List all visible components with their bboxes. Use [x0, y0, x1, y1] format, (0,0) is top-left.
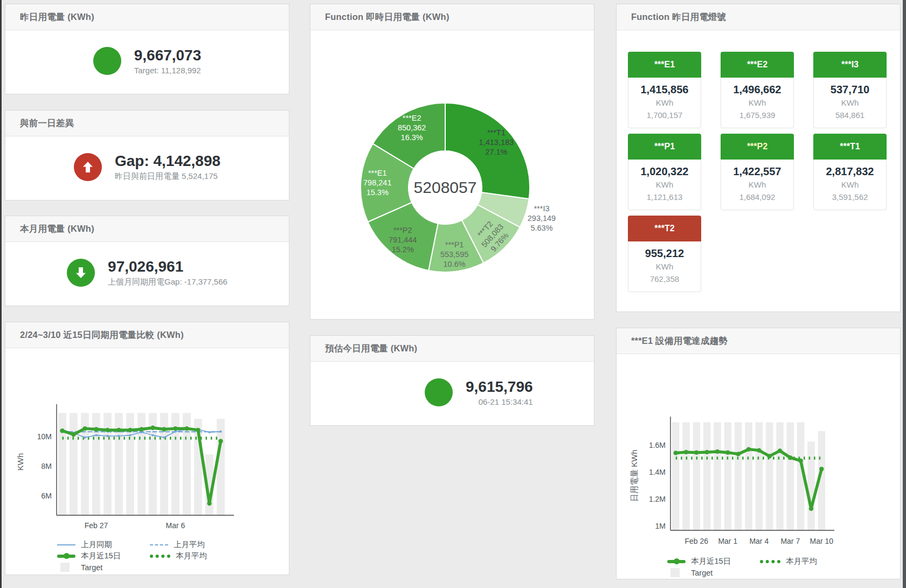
panel-header: Function 昨日用電燈號 — [617, 4, 900, 30]
panel-header: 本月用電量 (KWh) — [5, 216, 289, 242]
legend-item[interactable]: 上月平均 — [150, 539, 243, 550]
status-tile-target: 584,861 — [814, 109, 886, 121]
svg-text:1.6M: 1.6M — [649, 441, 666, 449]
status-tile-target: 1,121,613 — [628, 191, 701, 203]
status-tile-value: 1,422,557 — [721, 164, 793, 178]
thick-green-swatch-icon — [57, 555, 75, 558]
dash-blue-swatch-icon — [150, 544, 168, 545]
legend-label: 上月平均 — [174, 539, 205, 550]
svg-text:Feb 26: Feb 26 — [685, 537, 709, 545]
donut-chart: ***T11,413,18327.1%***I3293,1495.63%***T… — [310, 30, 594, 319]
panel-e1-trend-chart: ***E1 設備用電達成趨勢 1M1.2M1.4M1.6M日用電量 KWhFeb… — [616, 328, 901, 579]
svg-text:1.4M: 1.4M — [649, 468, 666, 476]
legend-item[interactable]: 本月近15日 — [667, 556, 760, 566]
legend-item[interactable]: 本月平均 — [760, 556, 853, 566]
status-tile: ***P1 1,020,322 KWh 1,121,613 — [628, 134, 701, 210]
panel-yesterday-usage: 昨日用電量 (KWh) 9,667,073 Target: 11,128,992 — [5, 4, 289, 94]
status-tiles-grid: ***E1 1,415,856 KWh 1,700,157 ***E2 1,49… — [617, 30, 900, 292]
status-tile-header: ***E2 — [721, 52, 794, 78]
status-tile-target: 1,700,157 — [628, 109, 701, 121]
stat-value: Gap: 4,142,898 — [115, 153, 220, 170]
stat-row: 9,667,073 Target: 11,128,992 — [5, 30, 289, 94]
e1-trend-chart: 1M1.2M1.4M1.6M日用電量 KWhFeb 26Mar 1Mar 4Ma… — [617, 354, 900, 552]
compare-chart-legend: 上月同期上月平均本月近15日本月平均Target — [5, 539, 289, 573]
panel-realtime-donut: Function 即時日用電量 (KWh) ***T11,413,18327.1… — [310, 4, 594, 320]
stat-value: 97,026,961 — [108, 258, 227, 275]
status-tile: ***I3 537,710 KWh 584,861 — [813, 52, 887, 128]
svg-text:Mar 4: Mar 4 — [749, 537, 769, 545]
svg-text:Mar 1: Mar 1 — [718, 537, 737, 545]
status-tile: ***T1 2,817,832 KWh 3,591,562 — [813, 134, 887, 210]
legend-label: Target — [691, 569, 713, 577]
stat-row: Gap: 4,142,898 昨日與前日用電量 5,524,175 — [5, 136, 289, 200]
status-tile-unit: KWh — [628, 260, 701, 273]
square-gray-swatch-icon — [670, 568, 680, 577]
stat-subtitle: 上個月同期用電Gap: -17,377,566 — [108, 277, 227, 287]
e1-trend-chart-legend: 本月近15日本月平均Target — [617, 556, 900, 578]
status-tile-value: 955,212 — [628, 246, 701, 260]
svg-text:***I3293,1495.63%: ***I3293,1495.63% — [528, 204, 556, 232]
legend-label: 本月近15日 — [81, 551, 121, 561]
legend-item[interactable]: 本月平均 — [150, 551, 243, 561]
panel-header: 預估今日用電量 (KWh) — [310, 336, 594, 362]
line-blue-swatch-icon — [57, 544, 75, 545]
svg-text:10M: 10M — [37, 432, 52, 441]
panel-title: ***E1 設備用電達成趨勢 — [631, 335, 728, 347]
panel-title: Function 昨日用電燈號 — [631, 11, 726, 23]
status-tile: ***P2 1,422,557 KWh 1,684,092 — [721, 134, 794, 210]
status-tile-header: ***P1 — [628, 134, 701, 160]
status-tile-value: 2,817,832 — [814, 164, 886, 178]
svg-text:日用電量 KWh: 日用電量 KWh — [630, 449, 639, 502]
status-tile-value: 1,415,856 — [628, 82, 701, 96]
panel-header: 2/24~3/10 近15日同期用電量比較 (KWh) — [5, 322, 289, 348]
dot-green-swatch-icon — [150, 555, 170, 558]
status-tile-header: ***T1 — [813, 134, 887, 160]
svg-text:6M: 6M — [42, 492, 52, 500]
status-tile: ***T2 955,212 KWh 762,358 — [628, 216, 701, 292]
legend-item[interactable]: 上月同期 — [57, 539, 150, 550]
legend-item[interactable]: Target — [57, 563, 102, 572]
status-tile-target: 762,358 — [628, 273, 701, 285]
status-tile-value: 1,496,662 — [721, 82, 793, 96]
legend-label: 本月近15日 — [691, 556, 731, 566]
panel-header: 昨日用電量 (KWh) — [5, 4, 289, 30]
svg-text:5208057: 5208057 — [414, 178, 477, 196]
status-tile-target: 1,675,939 — [721, 109, 793, 121]
status-tile-unit: KWh — [721, 178, 793, 191]
scrollbar[interactable] — [903, 0, 906, 588]
legend-item[interactable]: Target — [667, 568, 713, 577]
status-tile-unit: KWh — [814, 96, 886, 109]
panel-header: ***E1 設備用電達成趨勢 — [617, 328, 900, 354]
status-tile-header: ***T2 — [628, 216, 701, 241]
legend-label: 上月同期 — [81, 539, 112, 550]
panel-header: 與前一日差異 — [5, 110, 289, 136]
status-tile: ***E2 1,496,662 KWh 1,675,939 — [721, 52, 794, 128]
stat-value: 9,615,796 — [466, 378, 533, 396]
status-tile-target: 3,591,562 — [814, 191, 886, 203]
status-tile-value: 537,710 — [814, 82, 886, 96]
page-left-edge — [0, 0, 2, 588]
panel-compare-chart: 2/24~3/10 近15日同期用電量比較 (KWh) 6M8M10MKWhFe… — [5, 322, 289, 575]
panel-title: Function 即時日用電量 (KWh) — [325, 11, 449, 23]
svg-text:Mar 6: Mar 6 — [166, 521, 185, 530]
svg-text:Feb 27: Feb 27 — [85, 521, 108, 530]
panel-diff-prev-day: 與前一日差異 Gap: 4,142,898 昨日與前日用電量 5,524,175 — [5, 110, 289, 200]
status-tile-header: ***E1 — [628, 52, 701, 78]
status-tile-value: 1,020,322 — [628, 164, 701, 178]
red-up-arrow-icon — [74, 153, 102, 181]
svg-text:Mar 10: Mar 10 — [810, 537, 834, 545]
legend-item[interactable]: 本月近15日 — [57, 551, 150, 561]
svg-text:KWh: KWh — [16, 453, 25, 471]
stat-row: 9,615,796 06-21 15:34:41 — [310, 362, 594, 425]
status-tile-target: 1,684,092 — [721, 191, 793, 203]
stat-subtitle: Target: 11,128,992 — [134, 66, 202, 75]
dashboard: { "colors": { "accent_green": "#33a02c",… — [0, 0, 906, 588]
square-gray-swatch-icon — [60, 563, 70, 572]
panel-today-estimate: 預估今日用電量 (KWh) 9,615,796 06-21 15:34:41 — [310, 335, 594, 426]
panel-title: 與前一日差異 — [20, 117, 74, 129]
status-tile-unit: KWh — [721, 96, 793, 109]
status-tile-unit: KWh — [628, 96, 701, 109]
dot-green-swatch-icon — [760, 560, 780, 563]
panel-header: Function 即時日用電量 (KWh) — [310, 4, 594, 30]
legend-label: 本月平均 — [176, 551, 207, 561]
